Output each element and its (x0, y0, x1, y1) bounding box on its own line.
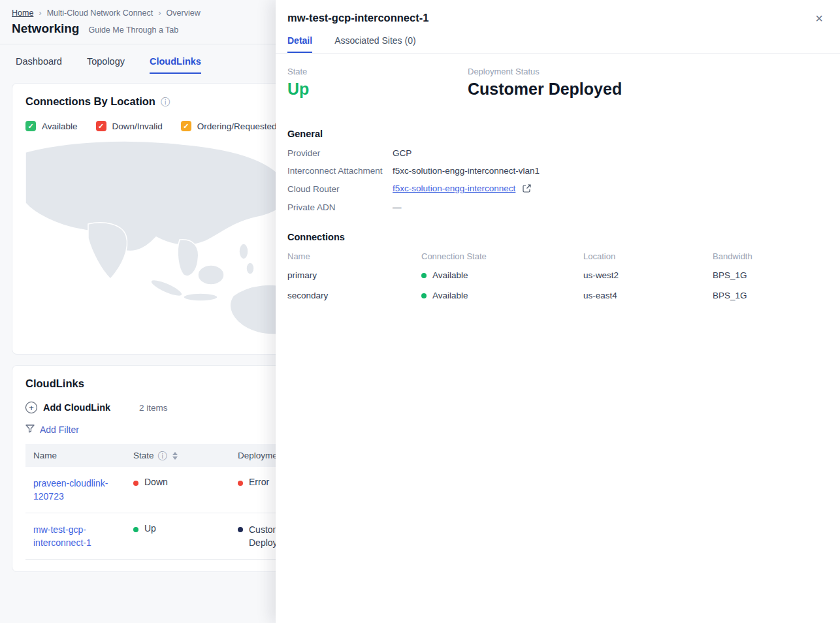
cloudlink-name-link[interactable]: praveen-cloudlink-120723 (33, 477, 118, 503)
info-icon[interactable]: ⓘ (158, 451, 167, 460)
cloudlink-name-link[interactable]: mw-test-gcp-interconnect-1 (33, 523, 118, 549)
field-value-private-adn: — (393, 202, 828, 212)
col-label: Name (33, 451, 57, 460)
status-dot-green (421, 293, 427, 298)
deployment-status-value: Customer Deployed (468, 80, 828, 99)
connections-section-title: Connections (287, 232, 828, 242)
connections-table: Name Connection State Location Bandwidth… (287, 251, 828, 306)
col-label: State (133, 451, 154, 460)
conn-col-bandwidth: Bandwidth (713, 251, 828, 265)
breadcrumb-home-link[interactable]: Home (12, 8, 33, 18)
field-label-interconnect-attachment: Interconnect Attachment (287, 166, 393, 176)
state-label: State (287, 67, 468, 76)
panel-tab-associated-sites[interactable]: Associated Sites (0) (334, 35, 416, 53)
add-cloudlink-button[interactable]: + Add CloudLink (25, 402, 110, 413)
field-label-provider: Provider (287, 148, 393, 158)
field-value-interconnect-attachment: f5xc-solution-engg-interconnect-vlan1 (393, 166, 828, 176)
state-value: Down (144, 477, 168, 487)
tab-topology[interactable]: Topology (87, 56, 125, 74)
deployment-status-label: Deployment Status (468, 67, 828, 76)
connection-state: Available (432, 291, 468, 300)
detail-panel: mw-test-gcp-interconnect-1 × Detail Asso… (276, 0, 840, 623)
status-summary: State Up Deployment Status Customer Depl… (287, 67, 828, 99)
chevron-right-icon: › (158, 8, 161, 18)
conn-col-name: Name (287, 251, 421, 265)
connection-row: primary Available us-west2 BPS_1G (287, 265, 828, 285)
breadcrumb-item: Overview (167, 8, 201, 18)
connection-bandwidth: BPS_1G (713, 285, 828, 306)
col-header-state[interactable]: State ⓘ (125, 444, 230, 467)
close-icon[interactable]: × (815, 12, 823, 25)
status-dot-green (133, 527, 138, 532)
connections-table-header: Name Connection State Location Bandwidth (287, 251, 828, 265)
connection-location: us-west2 (583, 265, 713, 285)
deployment-value: Error (249, 477, 269, 487)
chevron-right-icon: › (39, 8, 41, 18)
field-label-private-adn: Private ADN (287, 202, 393, 212)
connections-card-title: Connections By Location (25, 95, 155, 108)
connection-state: Available (432, 270, 468, 280)
state-value: Up (287, 80, 468, 99)
add-filter-link[interactable]: Add Filter (40, 424, 79, 435)
general-section-title: General (287, 129, 828, 139)
conn-col-state: Connection State (421, 251, 583, 265)
info-icon[interactable]: ⓘ (161, 97, 170, 106)
sort-icon[interactable] (172, 452, 178, 460)
status-dot-red (238, 481, 243, 486)
items-count: 2 items (139, 403, 168, 413)
connection-location: us-east4 (583, 285, 713, 306)
legend-label: Available (42, 121, 78, 131)
tab-cloudlinks[interactable]: CloudLinks (150, 56, 201, 74)
panel-tab-detail[interactable]: Detail (287, 35, 312, 53)
tab-dashboard[interactable]: Dashboard (16, 56, 62, 74)
guide-me-link[interactable]: Guide Me Through a Tab (88, 25, 178, 35)
connections-section: Connections Name Connection State Locati… (287, 232, 828, 306)
field-label-cloud-router: Cloud Router (287, 184, 393, 194)
breadcrumb-item: Multi-Cloud Network Connect (47, 8, 153, 18)
legend-label: Down/Invalid (112, 121, 163, 131)
page-title: Networking (12, 22, 79, 36)
panel-tabs: Detail Associated Sites (0) (276, 35, 840, 54)
external-link-icon (523, 185, 531, 195)
state-value: Up (144, 523, 156, 534)
add-cloudlink-label: Add CloudLink (43, 402, 110, 413)
connection-name: primary (287, 265, 421, 285)
plus-icon: + (25, 402, 37, 413)
checkbox-down-invalid[interactable]: ✓ (96, 121, 106, 131)
connection-row: secondary Available us-east4 BPS_1G (287, 285, 828, 306)
status-dot-green (421, 273, 427, 278)
status-dot-navy (238, 527, 243, 532)
filter-icon (25, 424, 35, 435)
connection-bandwidth: BPS_1G (713, 265, 828, 285)
checkbox-available[interactable]: ✓ (25, 121, 36, 131)
conn-col-location: Location (583, 251, 713, 265)
cloud-router-link[interactable]: f5xc-solution-engg-interconnect (393, 184, 515, 193)
col-header-name[interactable]: Name (25, 444, 125, 467)
checkbox-ordering[interactable]: ✓ (181, 121, 191, 131)
legend-item-available: ✓ Available (25, 121, 78, 131)
panel-title: mw-test-gcp-interconnect-1 (287, 12, 428, 24)
field-value-provider: GCP (393, 148, 828, 158)
connection-name: secondary (287, 285, 421, 306)
legend-item-down-invalid: ✓ Down/Invalid (96, 121, 163, 131)
state-block: State Up (287, 67, 468, 99)
general-section: General Provider GCP Interconnect Attach… (287, 129, 828, 212)
status-dot-red (133, 481, 138, 486)
deployment-status-block: Deployment Status Customer Deployed (468, 67, 828, 99)
